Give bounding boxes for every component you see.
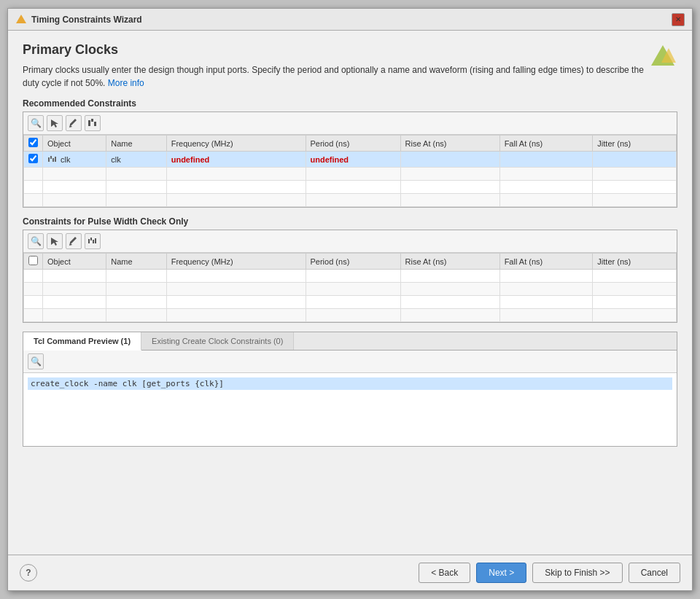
row-object-cell: clk: [43, 152, 106, 168]
pulse-header-row: Object Name Frequency (MHz) Period (ns) …: [24, 254, 677, 270]
svg-rect-12: [93, 240, 94, 243]
back-button[interactable]: < Back: [419, 563, 470, 583]
select-button-pulse[interactable]: [47, 233, 63, 249]
pulse-section: Constraints for Pulse Width Check Only 🔍: [23, 216, 677, 323]
svg-rect-3: [88, 120, 90, 126]
tcl-section: Tcl Command Preview (1) Existing Create …: [23, 332, 677, 447]
pulse-empty-1: [24, 270, 677, 283]
col-name-pulse: Name: [106, 254, 166, 270]
tab-tcl-preview[interactable]: Tcl Command Preview (1): [23, 332, 141, 351]
header-text: Primary Clocks Primary clocks usually en…: [23, 42, 648, 90]
row-fall-cell[interactable]: [499, 152, 593, 168]
dialog-content: Primary Clocks Primary clocks usually en…: [8, 31, 692, 555]
col-freq-pulse: Frequency (MHz): [166, 254, 306, 270]
col-fall-pulse: Fall At (ns): [499, 254, 593, 270]
select-all-checkbox-rec[interactable]: [28, 138, 38, 147]
next-button[interactable]: Next >: [476, 563, 526, 583]
empty-row-1: [24, 168, 677, 181]
title-bar: Timing Constraints Wizard ✕: [8, 9, 692, 31]
row-object-value: clk: [61, 155, 70, 164]
search-button-pulse[interactable]: 🔍: [28, 233, 44, 249]
edit-button-rec[interactable]: [66, 115, 82, 131]
svg-rect-4: [91, 119, 93, 122]
svg-marker-0: [16, 15, 26, 23]
footer-left: ?: [20, 564, 37, 582]
timing-constraints-dialog: Timing Constraints Wizard ✕ Primary Cloc…: [7, 8, 693, 591]
row-checkbox-cell: [24, 152, 43, 168]
col-jitter-rec: Jitter (ns): [593, 136, 677, 152]
footer-right: < Back Next > Skip to Finish >> Cancel: [419, 563, 680, 583]
pulse-empty-4: [24, 309, 677, 322]
close-button[interactable]: ✕: [672, 13, 685, 26]
select-all-checkbox-pulse[interactable]: [28, 256, 38, 265]
col-period-pulse: Period (ns): [306, 254, 400, 270]
row-rise-cell[interactable]: [400, 152, 499, 168]
col-object-rec: Object: [43, 136, 106, 152]
svg-rect-6: [48, 157, 50, 162]
dialog-title: Timing Constraints Wizard: [31, 15, 142, 25]
title-bar-left: Timing Constraints Wizard: [15, 14, 142, 26]
col-name-rec: Name: [106, 136, 166, 152]
header-section: Primary Clocks Primary clocks usually en…: [23, 42, 677, 90]
app-icon: [15, 14, 27, 26]
svg-rect-11: [90, 238, 92, 240]
pulse-table: Object Name Frequency (MHz) Period (ns) …: [23, 253, 677, 322]
vivado-logo-icon: [648, 42, 677, 71]
tab-existing-constraints[interactable]: Existing Create Clock Constraints (0): [141, 332, 294, 350]
recommended-table: Object Name Frequency (MHz) Period (ns) …: [23, 135, 677, 207]
col-freq-rec: Frequency (MHz): [166, 136, 306, 152]
svg-rect-13: [95, 238, 96, 243]
recommended-header-row: Object Name Frequency (MHz) Period (ns) …: [24, 136, 677, 152]
header-checkbox-cell-pulse: [24, 254, 43, 270]
row-freq-cell[interactable]: undefined: [166, 152, 306, 168]
pulse-label: Constraints for Pulse Width Check Only: [23, 216, 677, 227]
svg-rect-8: [52, 158, 54, 162]
clock-object-icon: [47, 154, 58, 165]
tcl-toolbar: 🔍: [23, 351, 677, 373]
clock-button-pulse[interactable]: [85, 233, 101, 249]
svg-rect-7: [50, 156, 52, 159]
search-button-rec[interactable]: 🔍: [28, 115, 44, 131]
col-jitter-pulse: Jitter (ns): [593, 254, 677, 270]
pulse-empty-2: [24, 283, 677, 296]
logo-area: [648, 42, 677, 74]
dialog-footer: ? < Back Next > Skip to Finish >> Cancel: [8, 555, 692, 590]
edit-button-pulse[interactable]: [66, 233, 82, 249]
description: Primary clocks usually enter the design …: [23, 63, 648, 90]
clock-button-rec[interactable]: [85, 115, 101, 131]
more-info-link[interactable]: More info: [108, 78, 144, 88]
empty-row-3: [24, 194, 677, 207]
pulse-toolbar: 🔍: [23, 230, 677, 253]
header-checkbox-cell: [24, 136, 43, 152]
tcl-content: create_clock -name clk [get_ports {clk}]: [23, 373, 677, 446]
help-button[interactable]: ?: [20, 564, 37, 582]
svg-rect-9: [55, 157, 56, 162]
tcl-command-row: create_clock -name clk [get_ports {clk}]: [28, 377, 672, 390]
skip-to-finish-button[interactable]: Skip to Finish >>: [532, 563, 622, 583]
col-object-pulse: Object: [43, 254, 106, 270]
col-rise-pulse: Rise At (ns): [400, 254, 499, 270]
search-button-tcl[interactable]: 🔍: [28, 353, 44, 369]
row-checkbox-rec[interactable]: [28, 154, 38, 163]
recommended-section: Recommended Constraints 🔍: [23, 98, 677, 208]
cancel-button[interactable]: Cancel: [629, 563, 680, 583]
tabs-header: Tcl Command Preview (1) Existing Create …: [23, 332, 677, 351]
tcl-command-text: create_clock -name clk [get_ports {clk}]: [31, 379, 224, 388]
col-fall-rec: Fall At (ns): [499, 136, 593, 152]
row-period-cell[interactable]: undefined: [306, 152, 400, 168]
col-rise-rec: Rise At (ns): [400, 136, 499, 152]
col-period-rec: Period (ns): [306, 136, 400, 152]
page-title: Primary Clocks: [23, 42, 648, 58]
table-row[interactable]: clk clk undefined undefined: [24, 152, 677, 168]
recommended-table-container: 🔍: [23, 111, 677, 208]
row-name-cell: clk: [106, 152, 166, 168]
recommended-toolbar: 🔍: [23, 112, 677, 135]
pulse-table-container: 🔍: [23, 230, 677, 323]
svg-rect-5: [94, 122, 96, 126]
empty-row-2: [24, 181, 677, 194]
row-jitter-cell[interactable]: [593, 152, 677, 168]
pulse-empty-3: [24, 296, 677, 309]
select-button-rec[interactable]: [47, 115, 63, 131]
recommended-label: Recommended Constraints: [23, 98, 677, 109]
svg-rect-10: [88, 239, 90, 243]
